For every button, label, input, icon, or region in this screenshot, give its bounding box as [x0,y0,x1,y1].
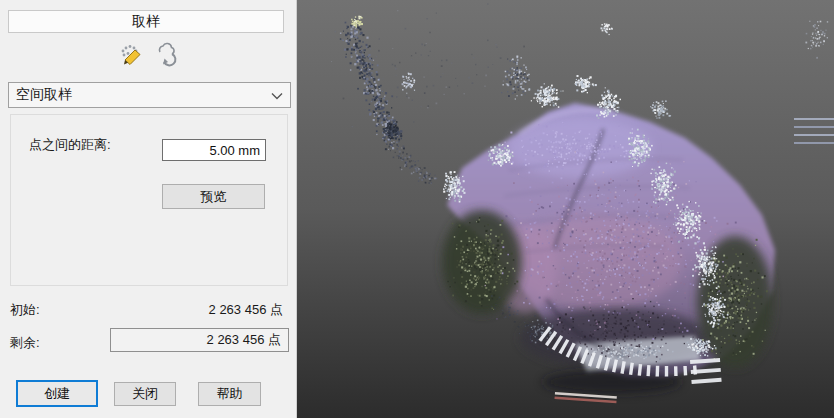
remaining-points-label: 剩余: [10,334,40,352]
distance-label: 点之间的距离: [29,136,111,154]
preview-button[interactable]: 预览 [162,184,265,209]
clean-cloud-icon [116,41,144,70]
chevron-down-icon [271,87,283,103]
dialog-title: 取样 [8,10,284,33]
sampling-mode-select[interactable]: 空间取样 [8,82,291,108]
sampling-dialog-panel: 取样 [0,0,297,418]
distance-input[interactable] [162,139,266,161]
initial-points-value: 2 263 456 点 [209,301,283,319]
help-button[interactable]: 帮助 [198,382,261,406]
dialog-title-text: 取样 [132,13,160,31]
create-button[interactable]: 创建 [16,380,98,407]
regenerate-cloud-icon-button[interactable] [150,40,182,70]
dialog-toolbar [0,40,296,70]
regenerate-cloud-icon [152,41,180,70]
sampling-parameters-group: 点之间的距离: 预览 [10,114,288,286]
initial-points-label: 初始: [10,301,40,319]
close-button[interactable]: 关闭 [114,382,176,406]
viewport-3d[interactable] [297,0,834,418]
clean-cloud-icon-button[interactable] [114,40,146,70]
application-window: 取样 [0,0,834,418]
remaining-points-value: 2 263 456 点 [207,331,281,349]
point-cloud-render [297,0,834,418]
remaining-points-field: 2 263 456 点 [110,328,289,352]
sampling-mode-value: 空间取样 [16,86,72,104]
